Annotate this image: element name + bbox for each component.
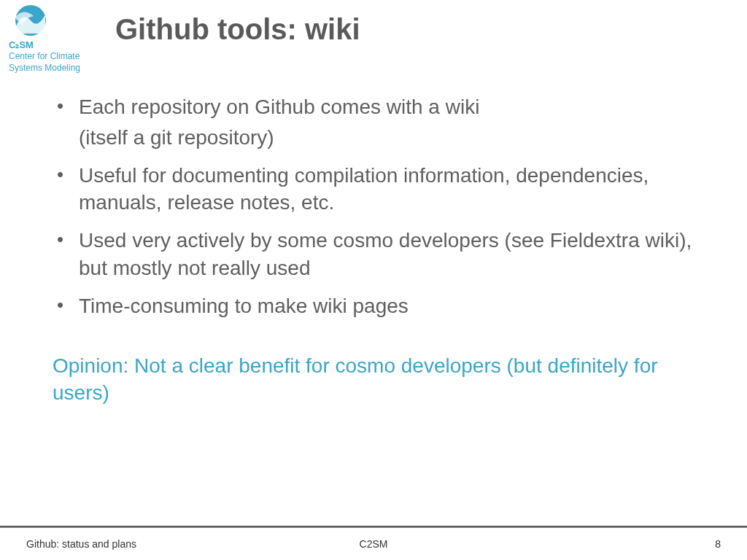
opinion-text: Opinion: Not a clear benefit for cosmo d…	[53, 352, 709, 408]
logo-line1: Center for Climate	[9, 52, 104, 62]
slide-body: Each repository on Github comes with a w…	[53, 93, 709, 407]
list-item: Each repository on Github comes with a w…	[53, 93, 709, 152]
logo-acronym: C₂SM	[9, 39, 104, 50]
footer-left: Github: status and plans	[26, 538, 136, 550]
bullet-text: Useful for documenting compilation infor…	[79, 164, 649, 214]
logo-line2: Systems Modeling	[9, 63, 104, 74]
bullet-subtext: (itself a git repository)	[79, 124, 709, 152]
slide-title: Github tools: wiki	[115, 13, 360, 46]
bullet-text: Each repository on Github comes with a w…	[79, 96, 479, 118]
list-item: Time-consuming to make wiki pages	[53, 292, 709, 320]
footer-page-number: 8	[715, 538, 721, 550]
bullet-list: Each repository on Github comes with a w…	[53, 93, 709, 320]
list-item: Used very actively by some cosmo develop…	[53, 227, 709, 282]
wave-icon	[9, 4, 53, 36]
bullet-text: Time-consuming to make wiki pages	[79, 295, 409, 317]
slide: C₂SM Center for Climate Systems Modeling…	[0, 0, 747, 560]
bullet-text: Used very actively by some cosmo develop…	[79, 229, 692, 279]
list-item: Useful for documenting compilation infor…	[53, 162, 709, 217]
org-logo: C₂SM Center for Climate Systems Modeling	[9, 4, 104, 74]
slide-footer: Github: status and plans C2SM 8	[0, 528, 747, 560]
